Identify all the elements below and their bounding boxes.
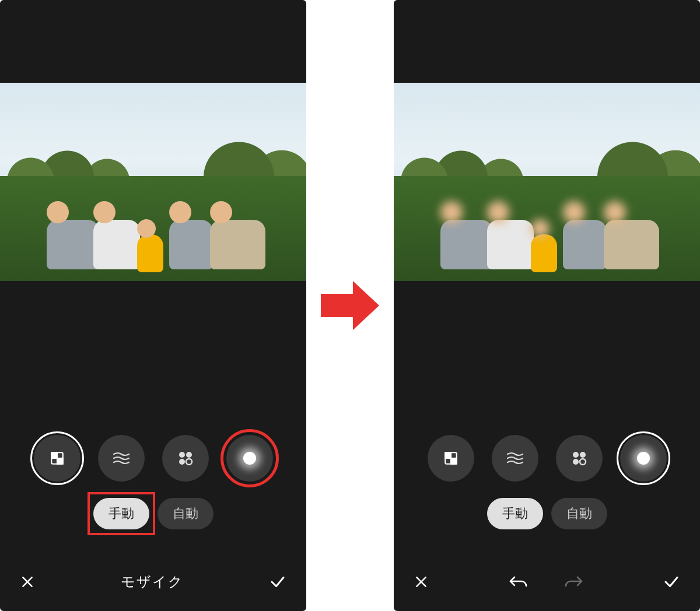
check-icon [269,573,286,591]
photo-preview[interactable] [0,83,306,281]
svg-point-4 [186,452,192,458]
svg-rect-8 [445,452,451,458]
style-bubble-button[interactable] [556,435,603,482]
svg-point-3 [179,452,185,458]
style-wave-button[interactable] [492,435,538,482]
undo-icon [509,575,528,589]
confirm-button[interactable] [269,573,286,591]
svg-point-12 [573,459,579,465]
mode-row: 手動 自動 [0,498,306,529]
style-pixel-button[interactable] [34,435,80,482]
bottom-bar: モザイク [0,564,306,599]
mode-manual-button[interactable]: 手動 [93,498,149,529]
cancel-button[interactable] [414,574,429,589]
phone-screen-before: 手動 自動 モザイク [0,0,306,611]
mode-row: 手動 自動 [394,498,700,529]
wave-icon [506,452,524,465]
tool-title: モザイク [35,573,269,591]
style-wave-button[interactable] [98,435,145,482]
person-4 [169,201,213,269]
bubble-icon [571,450,587,466]
pixel-icon [50,451,65,466]
redo-icon [564,575,583,589]
mode-manual-button[interactable]: 手動 [487,498,543,529]
controls-panel: 手動 自動 [394,281,700,611]
style-bubble-button[interactable] [162,435,209,482]
phone-screen-after: 手動 自動 [394,0,700,611]
wave-icon [113,452,130,465]
svg-point-5 [179,459,185,465]
mode-auto-button[interactable]: 自動 [551,498,607,529]
svg-rect-9 [451,458,457,464]
redo-button[interactable] [564,575,583,589]
svg-point-10 [573,452,579,458]
arrow-icon [318,276,382,335]
check-icon [663,573,680,591]
person-5 [210,201,265,269]
style-blur-button[interactable] [620,435,667,482]
svg-point-6 [186,459,192,465]
undo-button[interactable] [509,575,528,589]
style-blur-button[interactable] [226,435,273,482]
svg-rect-1 [51,452,57,458]
person-1 [440,201,493,269]
person-4 [563,201,607,269]
blur-dot-icon [637,452,650,465]
bottom-bar [394,564,700,599]
svg-point-13 [580,459,586,465]
svg-point-11 [580,452,586,458]
pixel-icon [443,451,459,466]
person-3 [137,219,163,272]
person-3 [531,219,557,272]
person-5 [604,201,659,269]
blur-dot-icon [243,452,256,465]
mode-auto-button[interactable]: 自動 [158,498,214,529]
person-2 [93,201,140,269]
confirm-button[interactable] [663,573,680,591]
close-icon [20,574,35,589]
close-icon [414,574,429,589]
person-1 [47,201,99,269]
mosaic-style-row [394,435,700,482]
controls-panel: 手動 自動 モザイク [0,281,306,611]
photo-preview[interactable] [394,83,700,281]
undo-redo-group [429,575,663,589]
mosaic-style-row [0,435,306,482]
person-2 [487,201,534,269]
cancel-button[interactable] [20,574,35,589]
bubble-icon [177,450,194,466]
style-pixel-button[interactable] [428,435,474,482]
svg-rect-2 [57,458,63,464]
